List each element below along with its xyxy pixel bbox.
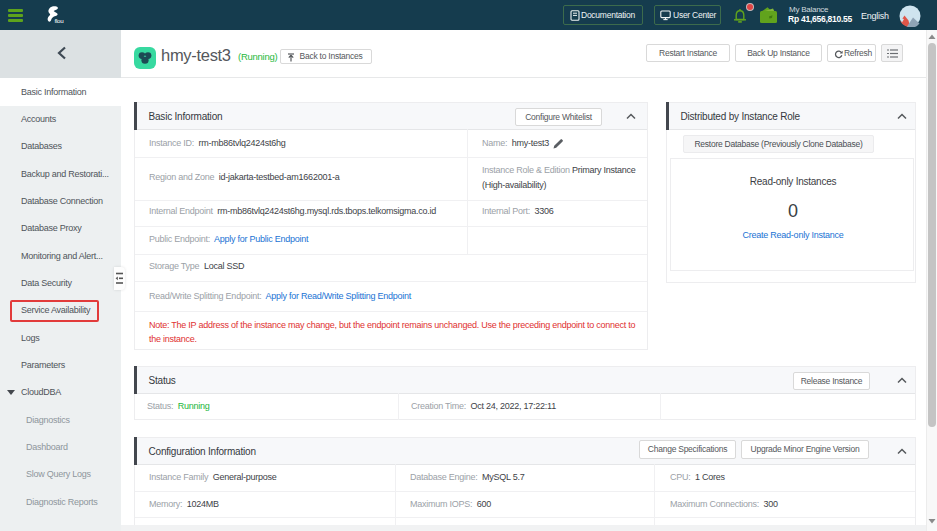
svg-text:flou: flou: [55, 17, 65, 24]
